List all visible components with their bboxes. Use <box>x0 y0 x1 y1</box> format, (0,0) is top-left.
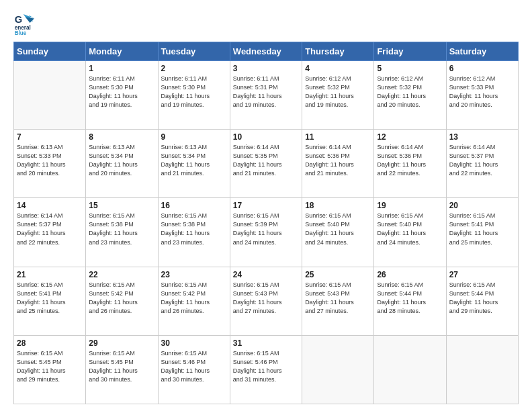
week-row-4: 28Sunrise: 6:15 AM Sunset: 5:45 PM Dayli… <box>14 335 519 404</box>
calendar-cell <box>374 335 446 404</box>
day-info: Sunrise: 6:11 AM Sunset: 5:30 PM Dayligh… <box>161 75 227 109</box>
calendar-cell: 12Sunrise: 6:14 AM Sunset: 5:36 PM Dayli… <box>374 130 446 198</box>
calendar-cell: 23Sunrise: 6:15 AM Sunset: 5:42 PM Dayli… <box>158 267 230 335</box>
day-info: Sunrise: 6:12 AM Sunset: 5:33 PM Dayligh… <box>449 75 515 109</box>
week-row-2: 14Sunrise: 6:14 AM Sunset: 5:37 PM Dayli… <box>14 198 519 267</box>
day-number: 2 <box>161 64 227 73</box>
day-number: 14 <box>17 201 83 210</box>
calendar-cell: 9Sunrise: 6:13 AM Sunset: 5:34 PM Daylig… <box>158 130 230 198</box>
calendar-table: SundayMondayTuesdayWednesdayThursdayFrid… <box>13 42 519 404</box>
week-row-3: 21Sunrise: 6:15 AM Sunset: 5:41 PM Dayli… <box>14 267 519 335</box>
svg-text:Blue: Blue <box>15 30 27 35</box>
day-number: 18 <box>305 201 371 210</box>
calendar-cell: 4Sunrise: 6:12 AM Sunset: 5:32 PM Daylig… <box>302 61 374 130</box>
logo: G eneral Blue <box>13 11 40 35</box>
day-number: 24 <box>233 270 299 279</box>
svg-marker-2 <box>26 17 34 23</box>
day-number: 11 <box>305 132 371 142</box>
calendar-cell: 29Sunrise: 6:15 AM Sunset: 5:45 PM Dayli… <box>86 335 158 404</box>
calendar-cell: 21Sunrise: 6:15 AM Sunset: 5:41 PM Dayli… <box>14 267 86 335</box>
weekday-header-friday: Friday <box>374 42 446 61</box>
day-number: 12 <box>377 132 443 142</box>
calendar-cell: 28Sunrise: 6:15 AM Sunset: 5:45 PM Dayli… <box>14 335 86 404</box>
day-number: 13 <box>449 132 515 142</box>
day-info: Sunrise: 6:13 AM Sunset: 5:34 PM Dayligh… <box>89 143 154 178</box>
day-info: Sunrise: 6:15 AM Sunset: 5:43 PM Dayligh… <box>305 281 371 316</box>
logo-icon: G eneral Blue <box>13 11 38 35</box>
calendar-cell: 1Sunrise: 6:11 AM Sunset: 5:30 PM Daylig… <box>86 61 158 130</box>
day-number: 6 <box>449 64 515 73</box>
day-number: 16 <box>161 201 227 210</box>
day-number: 27 <box>449 270 515 279</box>
day-info: Sunrise: 6:15 AM Sunset: 5:40 PM Dayligh… <box>377 212 443 246</box>
day-info: Sunrise: 6:15 AM Sunset: 5:44 PM Dayligh… <box>377 281 443 316</box>
day-info: Sunrise: 6:14 AM Sunset: 5:37 PM Dayligh… <box>449 143 515 178</box>
calendar-cell: 14Sunrise: 6:14 AM Sunset: 5:37 PM Dayli… <box>14 198 86 267</box>
calendar-cell: 22Sunrise: 6:15 AM Sunset: 5:42 PM Dayli… <box>86 267 158 335</box>
weekday-header-wednesday: Wednesday <box>230 42 302 61</box>
day-number: 1 <box>89 64 154 73</box>
day-info: Sunrise: 6:15 AM Sunset: 5:38 PM Dayligh… <box>161 212 227 246</box>
day-info: Sunrise: 6:15 AM Sunset: 5:40 PM Dayligh… <box>305 212 371 246</box>
week-row-0: 1Sunrise: 6:11 AM Sunset: 5:30 PM Daylig… <box>14 61 519 130</box>
page: G eneral Blue SundayMondayTuesdayWednesd… <box>0 0 532 411</box>
day-info: Sunrise: 6:15 AM Sunset: 5:44 PM Dayligh… <box>449 281 515 316</box>
calendar-cell: 10Sunrise: 6:14 AM Sunset: 5:35 PM Dayli… <box>230 130 302 198</box>
calendar-cell: 6Sunrise: 6:12 AM Sunset: 5:33 PM Daylig… <box>446 61 518 130</box>
day-info: Sunrise: 6:12 AM Sunset: 5:32 PM Dayligh… <box>305 75 371 109</box>
calendar-cell: 16Sunrise: 6:15 AM Sunset: 5:38 PM Dayli… <box>158 198 230 267</box>
day-info: Sunrise: 6:11 AM Sunset: 5:31 PM Dayligh… <box>233 75 299 109</box>
calendar-cell: 20Sunrise: 6:15 AM Sunset: 5:41 PM Dayli… <box>446 198 518 267</box>
weekday-header-sunday: Sunday <box>14 42 86 61</box>
calendar-cell: 8Sunrise: 6:13 AM Sunset: 5:34 PM Daylig… <box>86 130 158 198</box>
calendar-cell: 13Sunrise: 6:14 AM Sunset: 5:37 PM Dayli… <box>446 130 518 198</box>
calendar-cell: 19Sunrise: 6:15 AM Sunset: 5:40 PM Dayli… <box>374 198 446 267</box>
day-number: 8 <box>89 132 154 142</box>
calendar-cell: 2Sunrise: 6:11 AM Sunset: 5:30 PM Daylig… <box>158 61 230 130</box>
day-info: Sunrise: 6:15 AM Sunset: 5:46 PM Dayligh… <box>233 349 299 384</box>
day-number: 26 <box>377 270 443 279</box>
calendar-cell: 27Sunrise: 6:15 AM Sunset: 5:44 PM Dayli… <box>446 267 518 335</box>
day-number: 5 <box>377 64 443 73</box>
day-info: Sunrise: 6:14 AM Sunset: 5:36 PM Dayligh… <box>377 143 443 178</box>
weekday-header-monday: Monday <box>86 42 158 61</box>
calendar-cell: 3Sunrise: 6:11 AM Sunset: 5:31 PM Daylig… <box>230 61 302 130</box>
calendar-cell: 17Sunrise: 6:15 AM Sunset: 5:39 PM Dayli… <box>230 198 302 267</box>
day-info: Sunrise: 6:12 AM Sunset: 5:32 PM Dayligh… <box>377 75 443 109</box>
day-info: Sunrise: 6:15 AM Sunset: 5:41 PM Dayligh… <box>17 281 83 316</box>
day-info: Sunrise: 6:14 AM Sunset: 5:37 PM Dayligh… <box>17 212 83 246</box>
day-info: Sunrise: 6:15 AM Sunset: 5:45 PM Dayligh… <box>89 349 154 384</box>
calendar-cell: 25Sunrise: 6:15 AM Sunset: 5:43 PM Dayli… <box>302 267 374 335</box>
day-number: 19 <box>377 201 443 210</box>
day-info: Sunrise: 6:15 AM Sunset: 5:45 PM Dayligh… <box>17 349 83 384</box>
calendar-cell <box>302 335 374 404</box>
day-number: 17 <box>233 201 299 210</box>
calendar-cell: 26Sunrise: 6:15 AM Sunset: 5:44 PM Dayli… <box>374 267 446 335</box>
calendar-cell <box>14 61 86 130</box>
day-number: 25 <box>305 270 371 279</box>
day-info: Sunrise: 6:15 AM Sunset: 5:43 PM Dayligh… <box>233 281 299 316</box>
day-info: Sunrise: 6:15 AM Sunset: 5:46 PM Dayligh… <box>161 349 227 384</box>
day-number: 23 <box>161 270 227 279</box>
day-info: Sunrise: 6:13 AM Sunset: 5:34 PM Dayligh… <box>161 143 227 178</box>
calendar-cell <box>446 335 518 404</box>
calendar-cell: 7Sunrise: 6:13 AM Sunset: 5:33 PM Daylig… <box>14 130 86 198</box>
day-number: 28 <box>17 338 83 348</box>
day-info: Sunrise: 6:11 AM Sunset: 5:30 PM Dayligh… <box>89 75 154 109</box>
calendar-cell: 31Sunrise: 6:15 AM Sunset: 5:46 PM Dayli… <box>230 335 302 404</box>
calendar-cell: 30Sunrise: 6:15 AM Sunset: 5:46 PM Dayli… <box>158 335 230 404</box>
weekday-header-tuesday: Tuesday <box>158 42 230 61</box>
day-info: Sunrise: 6:15 AM Sunset: 5:42 PM Dayligh… <box>161 281 227 316</box>
day-number: 30 <box>161 338 227 348</box>
calendar-cell: 5Sunrise: 6:12 AM Sunset: 5:32 PM Daylig… <box>374 61 446 130</box>
day-number: 22 <box>89 270 154 279</box>
day-number: 15 <box>89 201 154 210</box>
weekday-header-thursday: Thursday <box>302 42 374 61</box>
day-number: 9 <box>161 132 227 142</box>
svg-text:G: G <box>15 14 22 25</box>
day-number: 10 <box>233 132 299 142</box>
calendar-cell: 24Sunrise: 6:15 AM Sunset: 5:43 PM Dayli… <box>230 267 302 335</box>
calendar-cell: 18Sunrise: 6:15 AM Sunset: 5:40 PM Dayli… <box>302 198 374 267</box>
day-number: 4 <box>305 64 371 73</box>
weekday-header-saturday: Saturday <box>446 42 518 61</box>
